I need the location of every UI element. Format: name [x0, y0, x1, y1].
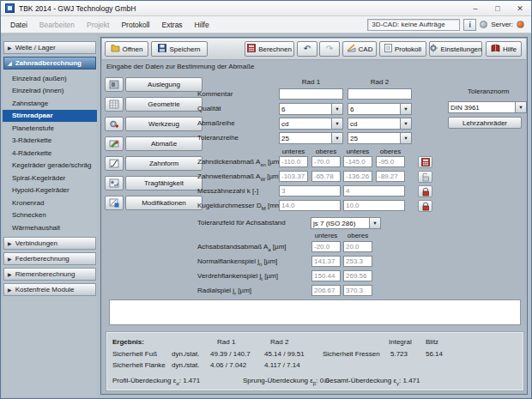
- abmasse-measure-icon[interactable]: [105, 136, 124, 151]
- kommentar-rad1-input[interactable]: [279, 88, 343, 100]
- zahnform-curve-icon[interactable]: [105, 156, 124, 171]
- chevron-down-icon[interactable]: ▼: [400, 133, 411, 143]
- maximize-button[interactable]: □: [487, 1, 509, 15]
- nav-abmasse[interactable]: Abmaße: [105, 136, 203, 151]
- sidebar-item-zahnstange[interactable]: Zahnstange: [3, 97, 97, 110]
- abmassreihe-rad1-select[interactable]: cd ▼: [279, 118, 343, 130]
- sidebar-item-4-raederkette[interactable]: 4-Räderkette: [3, 147, 97, 160]
- chevron-down-icon[interactable]: ▼: [515, 102, 526, 112]
- lock-closed-icon[interactable]: [418, 185, 432, 197]
- zahndickenabmass-unteres-rad1[interactable]: -110.0: [279, 156, 308, 167]
- menu-extras[interactable]: Extras: [156, 19, 189, 31]
- sidebar-item-stirnradpaar[interactable]: Stirnradpaar: [3, 110, 97, 123]
- chevron-down-icon[interactable]: ▼: [331, 133, 342, 143]
- sidebar-item-schnecken[interactable]: Schnecken: [3, 209, 97, 222]
- nav-werkzeug-label[interactable]: Werkzeug: [125, 117, 203, 131]
- zahnweitenabmass-oberes-rad2[interactable]: -89.27: [376, 171, 405, 182]
- sidebar-item-hypoid-kegelraeder[interactable]: Hypoid-Kegelräder: [3, 184, 97, 197]
- chevron-down-icon[interactable]: ▼: [369, 218, 380, 228]
- close-button[interactable]: ✕: [509, 1, 531, 15]
- toleranzreihe-rad1-select[interactable]: 25 ▼: [279, 132, 343, 144]
- qualitaet-rad2-select[interactable]: 6 ▼: [348, 103, 412, 115]
- werkzeug-gear-icon[interactable]: [105, 117, 124, 131]
- help-button[interactable]: Hilfe: [486, 41, 522, 57]
- sidebar-item-waermehaushalt[interactable]: Wärmehaushalt: [3, 221, 97, 234]
- toleranznorm-select[interactable]: DIN 3961 ▼: [448, 101, 527, 113]
- nav-geometrie-label[interactable]: Geometrie: [125, 97, 203, 112]
- toleranzfeld-select[interactable]: js 7 (ISO 286) ▼: [311, 217, 381, 229]
- nav-abmasse-label[interactable]: Abmaße: [125, 136, 203, 151]
- auslegung-icon[interactable]: [105, 77, 124, 92]
- sidebar-header-kostenfreie-module[interactable]: ▶ Kostenfreie Module: [3, 283, 96, 296]
- nav-modifikationen-label[interactable]: Modifikationen: [125, 196, 203, 210]
- sicherheit-fressen-label: Sicherheit Fressen: [323, 350, 380, 358]
- nav-zahnform[interactable]: Zahnform: [105, 156, 203, 171]
- sidebar-header-riemenberechnung[interactable]: ▶ Riemenberechnung: [3, 268, 96, 281]
- zahnweitenabmass-unteres-rad1[interactable]: -103.37: [279, 171, 308, 182]
- nav-tragfaehigkeit[interactable]: Tragfähigkeit: [105, 176, 203, 190]
- chevron-down-icon[interactable]: ▼: [331, 104, 342, 114]
- sidebar-item-spiral-kegelraeder[interactable]: Spiral-Kegelräder: [3, 172, 97, 184]
- sidebar-item-einzelrad-innen[interactable]: Einzelrad (innen): [3, 85, 97, 98]
- chevron-down-icon[interactable]: ▼: [331, 118, 342, 129]
- nav-modifikationen[interactable]: Modifikationen: [105, 196, 203, 210]
- verdrehflankenspiel-oberes[interactable]: 269.56: [343, 270, 372, 281]
- sidebar-header-verbindungen[interactable]: ▶ Verbindungen: [3, 237, 96, 250]
- qualitaet-rad1-select[interactable]: 6 ▼: [279, 103, 343, 115]
- sidebar-item-kegelraeder[interactable]: Kegelräder gerade/schräg: [3, 160, 97, 172]
- nav-auslegung[interactable]: Auslegung: [105, 77, 203, 92]
- sidebar-item-einzelrad-aussen[interactable]: Einzelrad (außen): [3, 72, 97, 85]
- protocol-button[interactable]: Protokoll: [379, 41, 426, 57]
- nav-zahnform-label[interactable]: Zahnform: [125, 156, 203, 171]
- messzaehnezahl-rad1[interactable]: 3: [279, 185, 341, 196]
- lock-open-icon[interactable]: [418, 171, 432, 183]
- kommentar-rad2-input[interactable]: [348, 88, 412, 100]
- lehrzahnraeder-button[interactable]: Lehrzahnräder: [448, 117, 522, 129]
- zahndickenabmass-oberes-rad2[interactable]: -95.0: [376, 156, 405, 167]
- sidebar-item-3-raederkette[interactable]: 3-Räderkette: [3, 135, 97, 148]
- achsabstandsabmass-oberes[interactable]: 20.0: [343, 241, 372, 252]
- abmassreihe-rad2-select[interactable]: cd ▼: [348, 118, 412, 130]
- calculate-button[interactable]: Berechnen: [245, 41, 294, 57]
- lock-closed-icon[interactable]: [418, 200, 432, 212]
- kugeldurchmesser-rad2[interactable]: 10.0: [343, 200, 405, 211]
- geometrie-grid-icon[interactable]: [105, 97, 124, 112]
- zahnweitenabmass-oberes-rad1[interactable]: -65.78: [311, 171, 341, 182]
- zahndickenabmass-unteres-rad2[interactable]: -145.0: [343, 156, 372, 167]
- sidebar-header-federberechnung[interactable]: ▶ Federberechnung: [3, 252, 96, 265]
- cad-button[interactable]: CAD: [342, 41, 377, 57]
- sidebar-item-kronenrad[interactable]: Kronenrad: [3, 196, 97, 209]
- open-button[interactable]: Öffnen: [105, 41, 148, 57]
- radialspiel-oberes[interactable]: 370.3: [343, 285, 372, 296]
- achsabstandsabmass-unteres[interactable]: -20.0: [311, 241, 341, 252]
- sidebar-header-welle-lager[interactable]: ▶ Welle / Lager: [3, 41, 96, 54]
- zahnweitenabmass-unteres-rad2[interactable]: -136.26: [343, 171, 372, 182]
- calculate-row-button[interactable]: [418, 156, 432, 168]
- settings-button[interactable]: Einstellungen: [429, 41, 482, 57]
- messzaehnezahl-rad2[interactable]: 4: [343, 185, 405, 196]
- sidebar-item-planetenstufe[interactable]: Planetenstufe: [3, 122, 97, 135]
- sidebar-header-zahnradberechnung[interactable]: ◢ Zahnradberechnung: [3, 57, 96, 70]
- chevron-down-icon[interactable]: ▼: [400, 118, 411, 129]
- normalflankenspiel-unteres[interactable]: 141.37: [311, 256, 341, 267]
- radialspiel-unteres[interactable]: 206.67: [311, 285, 341, 296]
- minimize-button[interactable]: –: [464, 1, 487, 15]
- nav-auslegung-label[interactable]: Auslegung: [125, 77, 203, 92]
- menu-datei[interactable]: Datei: [4, 19, 33, 31]
- nav-werkzeug[interactable]: Werkzeug: [105, 117, 203, 131]
- nav-geometrie[interactable]: Geometrie: [105, 97, 203, 112]
- zahndickenabmass-oberes-rad1[interactable]: -70.0: [311, 156, 341, 167]
- info-button[interactable]: i: [463, 19, 476, 31]
- normalflankenspiel-oberes[interactable]: 253.3: [343, 256, 372, 267]
- undo-button[interactable]: ↶: [297, 41, 317, 57]
- tragfaehigkeit-icon[interactable]: [105, 176, 124, 190]
- nav-tragfaehigkeit-label[interactable]: Tragfähigkeit: [125, 176, 203, 190]
- kugeldurchmesser-rad1[interactable]: 14.0: [279, 200, 341, 211]
- menu-protokoll[interactable]: Protokoll: [115, 19, 155, 31]
- toleranzreihe-rad2-select[interactable]: 25 ▼: [348, 132, 412, 144]
- menu-hilfe[interactable]: Hilfe: [189, 19, 215, 31]
- verdrehflankenspiel-unteres[interactable]: 150.44: [311, 270, 341, 281]
- modifikationen-icon[interactable]: [105, 196, 124, 210]
- chevron-down-icon[interactable]: ▼: [400, 104, 411, 114]
- save-button[interactable]: Speichern: [151, 41, 208, 57]
